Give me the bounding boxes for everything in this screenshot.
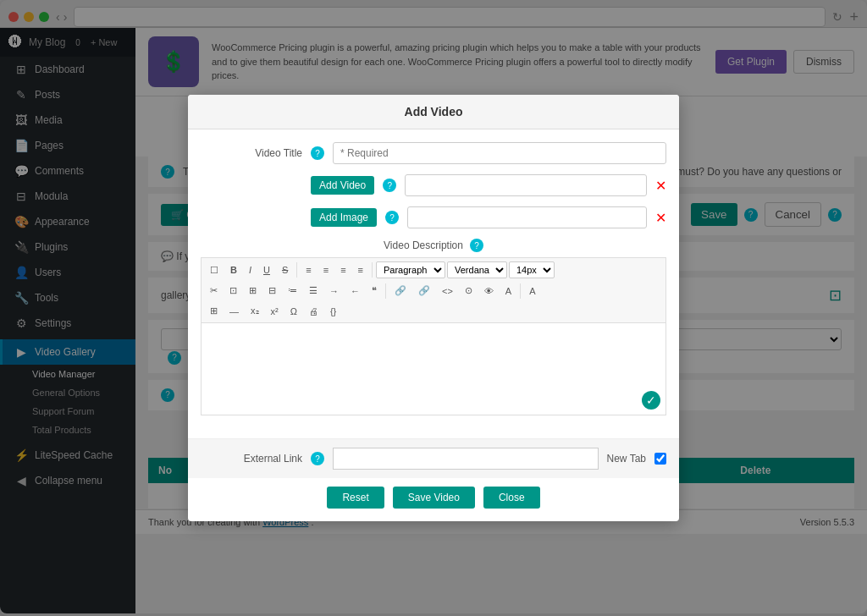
add-video-help-icon[interactable]: ?	[383, 179, 396, 192]
modal-title: Add Video	[405, 105, 463, 118]
external-link-help-icon[interactable]: ?	[311, 452, 324, 465]
add-video-modal: Add Video Video Title ? Add Video ? ✕ Ad…	[188, 95, 679, 521]
toolbar-row-1: ☐ B I U S ≡ ≡ ≡ ≡ Paragraph	[205, 261, 662, 278]
tb-indent[interactable]: →	[324, 283, 344, 299]
tb-cut[interactable]: ✂	[205, 283, 223, 299]
video-title-label: Video Title	[201, 147, 302, 159]
tb-align-left[interactable]: ≡	[301, 262, 316, 278]
modal-footer: Reset Save Video Close	[188, 478, 679, 521]
tb-code[interactable]: <>	[437, 283, 458, 299]
tb-print[interactable]: 🖨	[304, 304, 323, 319]
tb-align-right[interactable]: ≡	[335, 262, 351, 278]
tb-hr[interactable]: —	[224, 304, 244, 319]
close-modal-button[interactable]: Close	[483, 487, 540, 509]
video-desc-help-icon[interactable]: ?	[470, 239, 483, 252]
toolbar-row-3: ⊞ — x₂ x² Ω 🖨 {}	[205, 303, 662, 319]
tb-sep-1	[296, 262, 297, 278]
video-title-row: Video Title ?	[201, 142, 666, 164]
video-title-help-icon[interactable]: ?	[311, 146, 324, 160]
add-video-btn[interactable]: Add Video	[311, 176, 374, 195]
tb-sep-3	[385, 283, 386, 299]
add-image-row: Add Image ? ✕	[201, 206, 666, 228]
modal-body: Video Title ? Add Video ? ✕ Add Image ? …	[188, 129, 679, 438]
tb-font-color[interactable]: A	[500, 283, 516, 299]
tb-blockquote[interactable]: ❝	[367, 283, 382, 299]
tb-table[interactable]: ⊟	[263, 283, 281, 299]
external-link-label: External Link	[201, 453, 302, 465]
tb-format-select[interactable]: Paragraph	[376, 261, 445, 278]
tb-new-doc[interactable]: ☐	[205, 262, 224, 278]
tb-special[interactable]: ⊙	[460, 283, 478, 299]
new-tab-checkbox[interactable]	[654, 453, 666, 465]
tb-preview[interactable]: 👁	[479, 283, 499, 299]
add-image-error-icon: ✕	[655, 210, 666, 226]
add-image-help-icon[interactable]: ?	[385, 211, 399, 224]
tb-link[interactable]: 🔗	[389, 283, 411, 299]
tb-bold[interactable]: B	[225, 262, 242, 278]
tb-sep-4	[520, 283, 521, 299]
tb-omega[interactable]: Ω	[285, 304, 302, 319]
tb-outdent[interactable]: ←	[345, 283, 365, 299]
tb-strikethrough[interactable]: S	[277, 262, 293, 278]
modal-overlay: Add Video Video Title ? Add Video ? ✕ Ad…	[0, 0, 867, 616]
tb-underline[interactable]: U	[258, 262, 275, 278]
save-video-button[interactable]: Save Video	[393, 487, 475, 509]
tb-list-ordered[interactable]: ☰	[304, 283, 323, 299]
video-description-section: Video Description ? ☐ B I U S ≡ ≡ ≡	[201, 239, 666, 415]
tb-table2[interactable]: ⊞	[205, 303, 223, 319]
tb-copy[interactable]: ⊡	[224, 283, 242, 299]
external-link-row: External Link ? New Tab	[188, 438, 679, 478]
new-tab-label: New Tab	[607, 453, 646, 465]
tb-source[interactable]: {}	[325, 304, 341, 319]
video-title-input[interactable]	[333, 142, 666, 164]
reset-button[interactable]: Reset	[327, 487, 384, 509]
tb-font-select[interactable]: Verdana	[447, 261, 507, 278]
tb-unlink[interactable]: 🔗	[413, 283, 435, 299]
add-image-btn[interactable]: Add Image	[311, 208, 377, 227]
tb-align-justify[interactable]: ≡	[353, 262, 368, 278]
tb-paste[interactable]: ⊞	[244, 283, 262, 299]
tb-list-unordered[interactable]: ≔	[283, 283, 302, 299]
tb-sep-2	[372, 262, 373, 278]
tb-italic[interactable]: I	[244, 262, 257, 278]
external-link-input[interactable]	[333, 448, 599, 470]
editor-status-button[interactable]: ✓	[642, 391, 660, 410]
add-image-input[interactable]	[407, 206, 647, 228]
tb-align-center[interactable]: ≡	[318, 262, 334, 278]
add-video-error-icon: ✕	[655, 178, 666, 194]
add-video-row: Add Video ? ✕	[201, 174, 666, 196]
editor-area[interactable]: ✓	[201, 322, 666, 415]
tb-subscript[interactable]: x₂	[246, 303, 264, 319]
add-video-input[interactable]	[405, 174, 647, 196]
editor-toolbar: ☐ B I U S ≡ ≡ ≡ ≡ Paragraph	[201, 257, 666, 322]
modal-header: Add Video	[188, 95, 679, 129]
tb-size-select[interactable]: 14px	[509, 261, 555, 278]
video-desc-label: Video Description	[384, 239, 463, 251]
tb-bg-color[interactable]: A	[524, 283, 540, 299]
desc-label-row: Video Description ?	[201, 239, 666, 252]
toolbar-row-2: ✂ ⊡ ⊞ ⊟ ≔ ☰ → ← ❝ 🔗 🔗 <> ⊙ 👁	[205, 283, 662, 299]
tb-superscript[interactable]: x²	[266, 304, 284, 319]
